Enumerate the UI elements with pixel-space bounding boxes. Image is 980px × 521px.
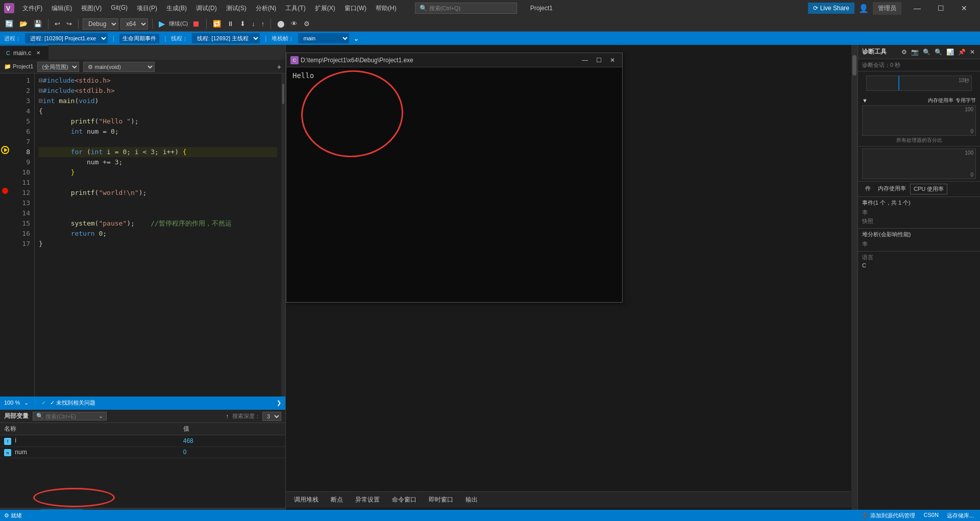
open-btn[interactable]: 📂 xyxy=(17,19,30,29)
function-select[interactable]: ⚙ main(void) xyxy=(83,62,155,72)
menu-tools[interactable]: 工具(T) xyxy=(281,2,309,15)
line-numbers: 1 2 3 4 5 6 7 8 9 10 11 12 13 14 15 16 1 xyxy=(10,73,35,396)
code-editor[interactable]: ⊟#include<stdio.h> ⊟#include<stdlib.h> ⊟… xyxy=(35,73,281,396)
pause-btn[interactable]: ⏸ xyxy=(225,19,236,29)
editor-tab-main-c[interactable]: C main.c ✕ xyxy=(0,45,48,60)
tab-close-btn[interactable]: ✕ xyxy=(34,49,42,57)
step-over-btn[interactable]: ⬇ xyxy=(238,19,248,29)
add-to-source-control[interactable]: ➕ 添加到源代码管理 xyxy=(860,512,917,519)
console-title: D:\temp\Project1\x64\Debug\Project1.exe xyxy=(301,57,577,64)
continue-btn[interactable]: ▶ xyxy=(157,19,167,29)
command-window-btn[interactable]: 命令窗口 xyxy=(388,493,421,506)
new-file-btn[interactable]: 🔄 xyxy=(3,19,15,29)
immediate-window-btn[interactable]: 即时窗口 xyxy=(425,493,457,506)
platform-select[interactable]: x64 xyxy=(120,18,148,30)
menu-help[interactable]: 帮助(H) xyxy=(372,2,401,15)
code-line-6: int num = 0; xyxy=(39,127,277,137)
diagnostics-title: 诊断工具 xyxy=(862,47,887,56)
undo-btn[interactable]: ↩ xyxy=(53,19,62,29)
thread-select[interactable]: 线程: [12692] 主线程 xyxy=(192,33,260,43)
watch-btn[interactable]: 👁 xyxy=(289,19,300,29)
close-button[interactable]: ✕ xyxy=(952,0,976,16)
live-share-button[interactable]: ⟳ Live Share xyxy=(808,3,854,14)
tab-label: main.c xyxy=(13,49,31,57)
console-hello-text: Hello xyxy=(292,71,314,80)
depth-select[interactable]: 3 xyxy=(262,412,281,421)
main-toolbar: 🔄 📂 💾 ↩ ↪ Debug x64 ▶ 继续(C) ⏹ 🔁 ⏸ ⬇ ↓ ↑ … xyxy=(0,16,980,32)
step-into-btn[interactable]: ↓ xyxy=(250,19,257,29)
menu-edit[interactable]: 编辑(E) xyxy=(47,2,76,15)
redo-btn[interactable]: ↪ xyxy=(64,19,74,29)
debug-config-select[interactable]: Debug xyxy=(83,18,118,30)
var-value-num: 0 xyxy=(179,446,285,458)
step-out-btn[interactable]: ↑ xyxy=(259,19,267,29)
add-file-btn[interactable]: + xyxy=(277,63,281,71)
callstack-btn[interactable]: 调用堆栈 xyxy=(290,493,323,506)
locals-toolbar: ↑ 搜索深度： 3 xyxy=(224,412,281,421)
diag-pin-btn[interactable]: 📌 xyxy=(957,47,967,57)
session-label: 诊断会话：0 秒 xyxy=(862,62,900,68)
diag-close-btn[interactable]: ✕ xyxy=(969,47,976,57)
menu-git[interactable]: Git(G) xyxy=(107,2,132,15)
debug-sep-2: | xyxy=(164,35,166,42)
maximize-button[interactable]: ☐ xyxy=(929,0,952,16)
diag-tab-cpu[interactable]: CPU 使用率 xyxy=(910,184,947,194)
menu-debug[interactable]: 调试(D) xyxy=(192,2,221,15)
search-box[interactable]: 🔍 搜索(Ctrl+Q) xyxy=(415,3,517,14)
scope-select[interactable]: (全局范围) xyxy=(37,62,79,72)
code-line-5: printf("Hello "); xyxy=(39,116,277,127)
debug-bottom-bar: 调用堆栈 断点 异常设置 命令窗口 即时窗口 输出 xyxy=(286,491,857,508)
scroll-indicator[interactable] xyxy=(281,73,285,396)
diag-filter-label: 率 xyxy=(862,209,868,216)
center-scroll-thumb xyxy=(852,55,856,76)
debug-bar: 进程： 进程: [10280] Project1.exe | 生命周期事件 | … xyxy=(0,32,980,45)
admin-button[interactable]: 管理员 xyxy=(873,2,901,15)
console-minimize-btn[interactable]: — xyxy=(579,56,591,65)
debug-status: ⚙ 就绪 xyxy=(4,512,22,519)
diag-zoom-in-btn[interactable]: 🔍 xyxy=(922,47,932,57)
diag-chart-btn[interactable]: 📊 xyxy=(945,47,955,57)
console-close-btn[interactable]: ✕ xyxy=(607,56,618,65)
menu-project[interactable]: 项目(P) xyxy=(133,2,161,15)
stop-btn[interactable]: ⏹ xyxy=(190,19,202,29)
stack-expand-btn[interactable]: ⌄ xyxy=(353,34,359,42)
menu-window[interactable]: 窗口(W) xyxy=(340,2,371,15)
exception-settings-btn[interactable]: 异常设置 xyxy=(351,493,384,506)
diag-tab-memory[interactable]: 内存使用率 xyxy=(875,184,909,194)
line-num-12: 12 xyxy=(10,188,30,198)
console-maximize-btn[interactable]: ☐ xyxy=(593,56,605,65)
process-select[interactable]: 进程: [10280] Project1.exe xyxy=(25,33,108,43)
menu-test[interactable]: 测试(S) xyxy=(222,2,251,15)
remote-storage[interactable]: 远存储库... xyxy=(945,512,976,519)
stack-select[interactable]: main xyxy=(298,33,349,43)
settings-btn[interactable]: ⚙ xyxy=(302,19,312,29)
gutter-line-17 xyxy=(0,237,10,247)
code-line-9: num += 3; xyxy=(39,157,277,167)
exclusive-byte-btn[interactable]: 专用字节 xyxy=(955,97,976,104)
breakpoint-btn[interactable]: ⬤ xyxy=(275,19,287,29)
menu-file[interactable]: 文件(F) xyxy=(18,2,46,15)
minimize-button[interactable]: — xyxy=(905,0,929,16)
menu-analyze[interactable]: 分析(N) xyxy=(252,2,281,15)
menu-extensions[interactable]: 扩展(X) xyxy=(311,2,339,15)
restart-btn[interactable]: 🔁 xyxy=(211,19,223,29)
search-dropdown-icon[interactable]: ⌄ xyxy=(99,413,103,419)
diag-snapshot-btn[interactable]: 📷 xyxy=(910,47,920,57)
save-btn[interactable]: 💾 xyxy=(32,19,44,29)
diag-settings-btn[interactable]: ⚙ xyxy=(900,47,908,57)
cpu-label: 所有处理器的百分比 xyxy=(862,137,976,144)
breakpoints-btn[interactable]: 断点 xyxy=(327,493,347,506)
menu-view[interactable]: 视图(V) xyxy=(77,2,106,15)
menu-build[interactable]: 生成(B) xyxy=(162,2,191,15)
diag-tab-events[interactable]: 件 xyxy=(862,184,874,194)
quick-snapshot-btn[interactable]: 内存使用率 xyxy=(928,97,953,104)
locals-search-input[interactable] xyxy=(45,413,96,419)
locals-up-btn[interactable]: ↑ xyxy=(224,412,230,420)
project-label: 📁 Project1 xyxy=(4,63,33,70)
diag-zoom-out-btn[interactable]: 🔍 xyxy=(934,47,943,57)
cs0n-status[interactable]: CS0N xyxy=(921,512,940,519)
lifecycle-btn[interactable]: 生命周期事件 xyxy=(119,34,159,43)
locals-search-box[interactable]: 🔍 ⌄ xyxy=(33,412,107,420)
output-btn[interactable]: 输出 xyxy=(461,493,482,506)
center-scrollbar[interactable] xyxy=(851,45,857,521)
